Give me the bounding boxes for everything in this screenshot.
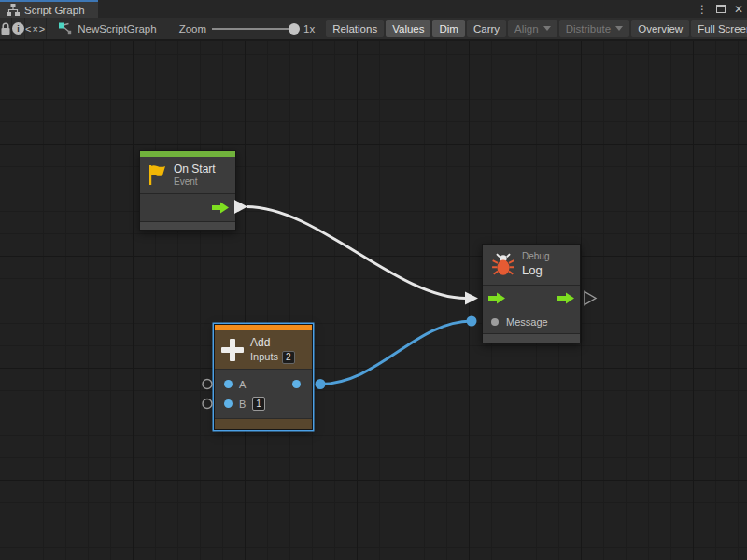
plus-icon	[219, 337, 246, 363]
flag-icon	[147, 163, 167, 186]
zoom-slider-handle[interactable]	[289, 23, 300, 35]
control-flow-wire[interactable]	[247, 207, 466, 299]
port-b-label: B	[239, 399, 246, 410]
chevron-down-icon	[615, 26, 623, 31]
add-input-b-port-marker[interactable]	[203, 399, 212, 409]
code-view-button[interactable]: <×>	[25, 18, 47, 39]
debug-message-port-marker[interactable]	[467, 316, 477, 327]
add-sum-port-marker[interactable]	[316, 379, 326, 389]
values-button[interactable]: Values	[386, 20, 430, 37]
window-menu-icon[interactable]: ⋮	[697, 4, 708, 15]
port-a-label: A	[239, 379, 246, 390]
relations-button[interactable]: Relations	[326, 20, 384, 37]
window-close-icon[interactable]: ✕	[734, 4, 743, 15]
trigger-output-port[interactable]	[212, 202, 229, 214]
info-icon: i	[12, 22, 24, 35]
code-view-icon: <×>	[25, 23, 46, 35]
script-graph-window: Script Graph ⋮ ✕ i <×>	[0, 0, 747, 560]
sum-output-port[interactable]	[292, 380, 301, 388]
graph-hierarchy-icon	[7, 4, 20, 16]
debug-flow-output-port-marker[interactable]	[585, 292, 596, 305]
node-title: Add	[250, 335, 295, 350]
lock-icon	[0, 22, 11, 35]
message-input-port[interactable]	[491, 318, 499, 326]
port-b-value-field[interactable]: 1	[252, 397, 265, 411]
lock-button[interactable]	[0, 18, 12, 39]
message-port-label: Message	[506, 316, 548, 328]
graph-toolbar: i <×> NewScriptGraph Zoom 1x	[0, 18, 747, 41]
distribute-dropdown[interactable]: Distribute	[559, 20, 630, 37]
value-input-port-b[interactable]	[224, 399, 233, 408]
full-screen-button[interactable]: Full Screen	[691, 20, 747, 37]
node-title: On Start	[174, 162, 216, 176]
on-start-trigger-port-marker[interactable]	[234, 200, 247, 214]
graph-name-label: NewScriptGraph	[78, 23, 156, 35]
bug-icon	[491, 253, 515, 277]
connection-layer	[0, 41, 747, 560]
tab-bar: Script Graph ⋮ ✕	[0, 0, 747, 18]
graph-canvas[interactable]: On Start Event	[0, 41, 747, 560]
inputs-label: Inputs	[250, 350, 278, 364]
value-wire[interactable]	[320, 321, 472, 385]
flow-wire-arrowhead-icon	[465, 292, 478, 305]
zoom-label: Zoom	[179, 23, 206, 35]
flow-input-port[interactable]	[488, 292, 505, 304]
value-input-port-a[interactable]	[224, 380, 233, 388]
graph-reference[interactable]: NewScriptGraph	[47, 21, 165, 35]
zoom-slider-track	[212, 28, 298, 30]
flow-output-port[interactable]	[557, 292, 574, 304]
chevron-down-icon	[543, 26, 551, 31]
add-input-a-port-marker[interactable]	[203, 380, 212, 389]
on-start-node[interactable]: On Start Event	[139, 150, 236, 231]
window-maximize-icon[interactable]	[716, 5, 726, 13]
node-surtitle: Debug	[522, 251, 549, 263]
add-node[interactable]: Add Inputs 2 A B 1	[214, 324, 313, 430]
overview-button[interactable]: Overview	[631, 20, 689, 37]
dim-button[interactable]: Dim	[432, 20, 464, 37]
debug-log-node[interactable]: Debug Log Message	[482, 244, 581, 343]
inputs-count-field[interactable]: 2	[282, 351, 295, 364]
zoom-slider[interactable]	[212, 22, 298, 35]
tab-script-graph[interactable]: Script Graph	[0, 0, 98, 18]
info-button[interactable]: i	[12, 18, 25, 39]
tab-label: Script Graph	[24, 5, 85, 16]
carry-button[interactable]: Carry	[467, 20, 506, 37]
script-graph-asset-icon	[58, 21, 72, 35]
node-subtitle: Event	[174, 176, 216, 189]
zoom-value: 1x	[303, 23, 315, 35]
node-title: Log	[522, 263, 549, 278]
align-dropdown[interactable]: Align	[508, 20, 557, 37]
